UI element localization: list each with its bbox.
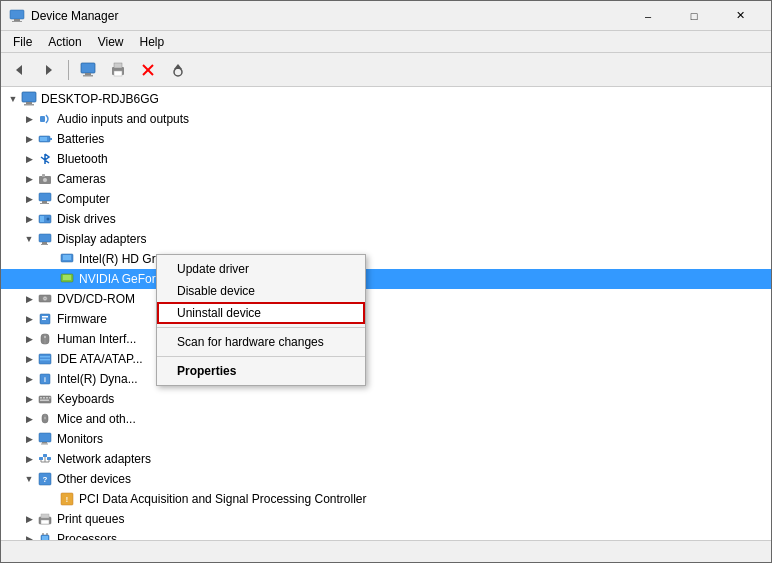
other-toggle[interactable]: ▼ (21, 471, 37, 487)
context-properties[interactable]: Properties (157, 360, 365, 382)
tree-item-firmware[interactable]: ▶ Firmware (1, 309, 771, 329)
toolbar-delete[interactable] (134, 57, 162, 83)
tree-item-intel-gpu[interactable]: ▶ Intel(R) HD Graphics 520 (1, 249, 771, 269)
svg-rect-31 (39, 234, 51, 242)
computer-label: Computer (57, 192, 110, 206)
toolbar-back[interactable] (5, 57, 33, 83)
inteldyn-toggle[interactable]: ▶ (21, 371, 37, 387)
computer-tree-icon (37, 191, 53, 207)
tree-item-bluetooth[interactable]: ▶ Bluetooth (1, 149, 771, 169)
other-label: Other devices (57, 472, 131, 486)
svg-rect-10 (114, 71, 122, 76)
tree-view[interactable]: ▼ DESKTOP-RDJB6GG ▶ (1, 87, 771, 540)
toolbar-forward[interactable] (35, 57, 63, 83)
svg-rect-35 (63, 255, 71, 260)
display-toggle[interactable]: ▼ (21, 231, 37, 247)
tree-item-processors[interactable]: ▶ Processors (1, 529, 771, 540)
minimize-button[interactable]: – (625, 1, 671, 31)
processors-label: Processors (57, 532, 117, 540)
monitor-icon (37, 431, 53, 447)
tree-item-hid[interactable]: ▶ Human Interf... (1, 329, 771, 349)
tree-item-disk[interactable]: ▶ Disk drives (1, 209, 771, 229)
svg-rect-26 (42, 201, 47, 203)
monitors-toggle[interactable]: ▶ (21, 431, 37, 447)
computer-toggle[interactable]: ▶ (21, 191, 37, 207)
tree-item-other[interactable]: ▼ ? Other devices (1, 469, 771, 489)
tree-item-monitors[interactable]: ▶ Monitors (1, 429, 771, 449)
tree-root[interactable]: ▼ DESKTOP-RDJB6GG (1, 89, 771, 109)
audio-toggle[interactable]: ▶ (21, 111, 37, 127)
processors-toggle[interactable]: ▶ (21, 531, 37, 540)
window-title: Device Manager (31, 9, 118, 23)
menu-help[interactable]: Help (132, 33, 173, 51)
tree-item-inteldyn[interactable]: ▶ i Intel(R) Dyna... (1, 369, 771, 389)
dvd-toggle[interactable]: ▶ (21, 291, 37, 307)
hid-icon (37, 331, 53, 347)
context-menu: Update driver Disable device Uninstall d… (156, 254, 366, 386)
svg-rect-6 (85, 73, 91, 75)
menu-view[interactable]: View (90, 33, 132, 51)
hid-label: Human Interf... (57, 332, 136, 346)
hid-toggle[interactable]: ▶ (21, 331, 37, 347)
toolbar-print[interactable] (104, 57, 132, 83)
svg-text:?: ? (43, 475, 48, 484)
display-label: Display adapters (57, 232, 146, 246)
menu-action[interactable]: Action (40, 33, 89, 51)
computer-icon (80, 62, 96, 78)
menu-bar: File Action View Help (1, 31, 771, 53)
svg-point-60 (44, 417, 46, 419)
mouse-icon (37, 411, 53, 427)
network-toggle[interactable]: ▶ (21, 451, 37, 467)
context-disable-device[interactable]: Disable device (157, 280, 365, 302)
bluetooth-toggle[interactable]: ▶ (21, 151, 37, 167)
tree-item-pci[interactable]: ▶ ! PCI Data Acquisition and Signal Proc… (1, 489, 771, 509)
mice-toggle[interactable]: ▶ (21, 411, 37, 427)
nvidia-icon (59, 271, 75, 287)
svg-rect-42 (42, 316, 48, 318)
ide-toggle[interactable]: ▶ (21, 351, 37, 367)
tree-item-dvd[interactable]: ▶ DVD/CD-ROM (1, 289, 771, 309)
keyboards-toggle[interactable]: ▶ (21, 391, 37, 407)
print-toggle[interactable]: ▶ (21, 511, 37, 527)
context-update-driver[interactable]: Update driver (157, 258, 365, 280)
dvd-label: DVD/CD-ROM (57, 292, 135, 306)
firmware-toggle[interactable]: ▶ (21, 311, 37, 327)
maximize-button[interactable]: □ (671, 1, 717, 31)
tree-item-ide[interactable]: ▶ IDE ATA/ATAP... (1, 349, 771, 369)
other-icon: ? (37, 471, 53, 487)
mice-label: Mice and oth... (57, 412, 136, 426)
root-toggle[interactable]: ▼ (5, 91, 21, 107)
batteries-toggle[interactable]: ▶ (21, 131, 37, 147)
close-button[interactable]: ✕ (717, 1, 763, 31)
disk-toggle[interactable]: ▶ (21, 211, 37, 227)
toolbar-update[interactable] (164, 57, 192, 83)
tree-item-audio[interactable]: ▶ Audio inputs and outputs (1, 109, 771, 129)
delete-icon (141, 63, 155, 77)
menu-file[interactable]: File (5, 33, 40, 51)
tree-item-keyboards[interactable]: ▶ Keyboards (1, 389, 771, 409)
svg-rect-43 (42, 319, 46, 321)
tree-item-cameras[interactable]: ▶ Cameras (1, 169, 771, 189)
svg-marker-14 (174, 64, 182, 69)
tree-item-batteries[interactable]: ▶ Batteries (1, 129, 771, 149)
tree-item-display[interactable]: ▼ Display adapters (1, 229, 771, 249)
svg-rect-53 (40, 397, 42, 399)
ide-icon (37, 351, 53, 367)
cameras-toggle[interactable]: ▶ (21, 171, 37, 187)
toolbar-computer[interactable] (74, 57, 102, 83)
svg-text:i: i (44, 376, 46, 383)
svg-rect-25 (39, 193, 51, 201)
tree-item-network[interactable]: ▶ Network adapters (1, 449, 771, 469)
tree-item-mice[interactable]: ▶ Mice and oth... (1, 409, 771, 429)
svg-rect-15 (22, 92, 36, 102)
context-scan-hardware[interactable]: Scan for hardware changes (157, 331, 365, 353)
tree-item-nvidia[interactable]: ▶ NVIDIA GeForce 940M (1, 269, 771, 289)
title-bar-left: Device Manager (9, 8, 118, 24)
tree-item-print[interactable]: ▶ Print queues (1, 509, 771, 529)
app-icon (9, 8, 25, 24)
toolbar-sep1 (68, 60, 69, 80)
svg-rect-2 (12, 21, 22, 22)
tree-item-computer[interactable]: ▶ Computer (1, 189, 771, 209)
svg-rect-49 (40, 359, 50, 361)
context-uninstall-device[interactable]: Uninstall device (157, 302, 365, 324)
